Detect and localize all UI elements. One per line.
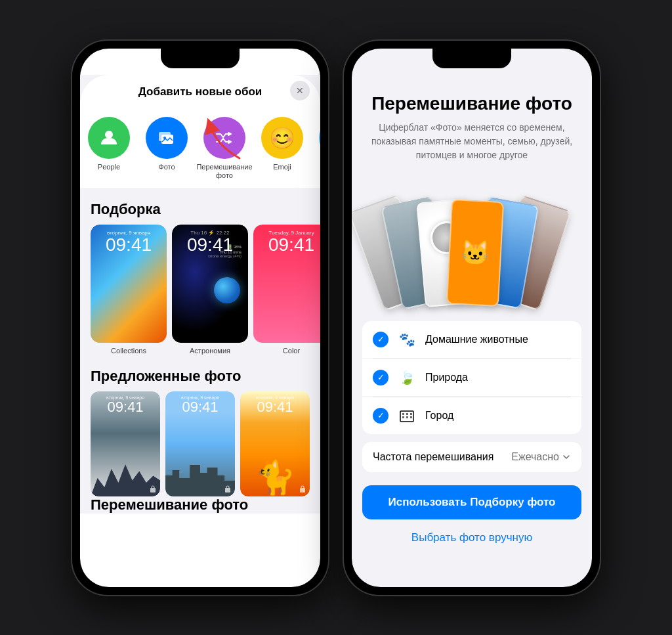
option-city[interactable]: ✓ [362,397,581,434]
svg-rect-10 [406,413,408,415]
suggested-img-3: вторник, 9 января 09:41 🐈 [240,391,310,496]
city-icon [398,406,416,425]
checkmark-icon-3: ✓ [377,410,385,420]
right-phone-content: Перемешивание фото Циферблат «Фото» меня… [352,49,592,547]
arrow-annotation [197,112,249,165]
lock-icon-2 [224,483,231,495]
right-phone: Перемешивание фото Циферблат «Фото» меня… [344,41,600,595]
svg-rect-13 [406,416,408,418]
pets-icon: 🐾 [398,330,416,349]
collection-color-img: Tuesday, 9 January 09:41 [253,225,320,343]
check-city: ✓ [373,408,388,424]
svg-rect-9 [402,413,404,415]
collection-astro-label: Астрономия [172,347,248,355]
category-emoji[interactable]: 😊 Emoji [253,117,311,180]
lock-icon-3 [299,483,306,495]
category-people[interactable]: People [80,117,138,180]
person-icon [98,127,119,148]
collections-header: Подборка [80,188,320,225]
collection-time-1: вторник, 9 января 09:41 [91,230,167,254]
suggested-3[interactable]: вторник, 9 января 09:41 🐈 [240,391,310,496]
right-header: Перемешивание фото Циферблат «Фото» меня… [352,83,592,181]
nature-icon: 🍃 [398,368,416,387]
close-icon: ✕ [296,85,304,96]
suggested-grid: вторник, 9 января 09:41 [80,391,320,496]
category-photos[interactable]: Фото [138,117,196,180]
frequency-row[interactable]: Частота перемешивания Ежечасно [362,442,581,472]
add-wallpaper-sheet: Добавить новые обои ✕ Peo [80,75,320,514]
option-pets[interactable]: ✓ 🐾 Домашние животные [362,321,581,359]
sheet-header: Добавить новые обои ✕ [80,75,320,106]
svg-point-0 [105,131,113,139]
svg-rect-6 [225,488,230,493]
category-weather[interactable]: ⛅ Weather [311,117,320,180]
options-list: ✓ 🐾 Домашние животные ✓ 🍃 Природа [362,321,581,434]
collection-time-3: Tuesday, 9 January 09:41 [253,230,320,254]
suggested-2[interactable]: вторник, 9 января 09:41 [165,391,235,496]
frequency-label: Частота перемешивания [373,451,494,463]
check-nature: ✓ [373,370,388,385]
left-phone-inner: Добавить новые обои ✕ Peo [80,49,320,587]
left-phone-content: Добавить новые обои ✕ Peo [80,49,320,514]
checkmark-icon: ✓ [377,334,385,344]
svg-rect-14 [410,416,412,418]
left-phone: Добавить новые обои ✕ Peo [72,41,328,595]
people-label: People [98,163,120,171]
photos-label: Фото [158,163,175,171]
choose-manually-button[interactable]: Выбрать фото вручную [352,529,592,547]
earth-decoration [214,277,240,303]
right-scroll: Перемешивание фото Циферблат «Фото» меня… [352,75,592,547]
city-label: Город [425,410,453,422]
weather-icon-bg: ⛅ [319,117,320,159]
photos-icon [156,127,177,148]
collection-astro[interactable]: Thu 16 ⚡ 22:22 09:41 🔋 38% Thu 16 mins D… [172,225,248,355]
lock-icon [150,483,156,495]
city-building-icon [400,408,414,423]
svg-rect-11 [410,413,412,415]
collection-color[interactable]: Tuesday, 9 January 09:41 Color [253,225,320,355]
shuffle-label: Перемешиваниефото [196,163,252,180]
suggested-header: Предложенные фото [80,355,320,391]
people-icon-bg [88,117,130,159]
option-nature[interactable]: ✓ 🍃 Природа [362,359,581,397]
stack-photo-cat: 🐱 [446,199,504,307]
svg-rect-5 [150,488,156,493]
shuffle-header: Перемешивание фото [80,496,320,514]
photo-stack: 🐱 [352,181,592,305]
right-notch [432,49,511,68]
nature-label: Природа [425,372,468,383]
collections-grid: вторник, 9 января 09:41 Collections Thu … [80,225,320,355]
collection-collections[interactable]: вторник, 9 января 09:41 Collections [91,225,167,355]
astro-detail: 🔋 38% Thu 16 mins Drone energy (4%) [208,244,242,258]
chevron-down-icon [562,452,571,462]
collection-collections-img: вторник, 9 января 09:41 [91,225,167,343]
svg-rect-7 [300,488,305,493]
use-collection-button[interactable]: Использовать Подборку фото [362,485,581,519]
frequency-value: Ежечасно [511,451,571,463]
collection-color-label: Color [253,347,320,355]
sheet-title: Добавить новые обои [138,85,262,99]
suggested-1[interactable]: вторник, 9 января 09:41 [91,391,160,496]
suggested-img-2: вторник, 9 января 09:41 [165,391,235,496]
emoji-label: Emoji [273,163,291,171]
svg-rect-12 [402,416,404,418]
right-subtitle: Циферблат «Фото» меняется со временем, п… [365,121,579,162]
suggested-img-1: вторник, 9 января 09:41 [91,391,160,496]
photos-icon-bg [146,117,188,159]
emoji-icon-bg: 😊 [261,117,303,159]
check-pets: ✓ [373,332,388,347]
close-button[interactable]: ✕ [290,81,310,100]
right-phone-inner: Перемешивание фото Циферблат «Фото» меня… [352,49,592,587]
collection-collections-label: Collections [91,347,167,355]
right-title: Перемешивание фото [365,93,579,114]
collection-astro-img: Thu 16 ⚡ 22:22 09:41 🔋 38% Thu 16 mins D… [172,225,248,343]
pets-label: Домашние животные [425,334,528,345]
checkmark-icon-2: ✓ [377,372,385,382]
notch [161,49,240,68]
